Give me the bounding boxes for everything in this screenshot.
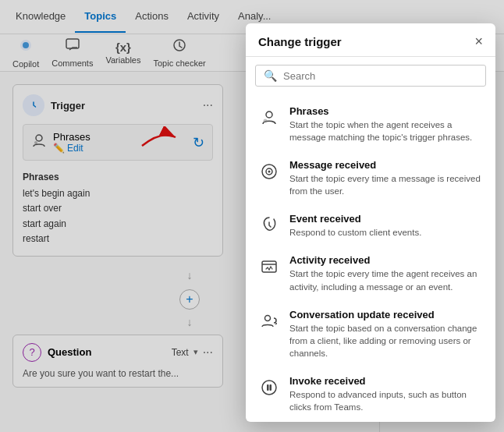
event-option-icon	[258, 214, 280, 236]
option-activity-received[interactable]: Activity received Start the topic every …	[246, 246, 495, 300]
svg-rect-17	[270, 384, 272, 391]
search-icon: 🔍	[264, 69, 277, 82]
activity-option-name: Activity received	[289, 254, 483, 266]
conversation-option-name: Conversation update received	[289, 309, 483, 320]
option-invoke-received[interactable]: Invoke received Respond to advanced inpu…	[246, 367, 495, 421]
svg-point-14	[265, 315, 271, 320]
search-box: 🔍	[255, 65, 486, 87]
conversation-option-desc: Start the topic based on a conversation …	[289, 322, 483, 359]
activity-option-desc: Start the topic every time the agent rec…	[289, 267, 483, 292]
phrases-option-icon	[258, 107, 280, 129]
message-option-content: Message received Start the topic every t…	[289, 159, 483, 197]
phrases-option-name: Phrases	[289, 105, 483, 117]
phrases-option-desc: Start the topic when the agent receives …	[289, 119, 483, 143]
modal-close-button[interactable]: ×	[474, 34, 483, 48]
option-phrases[interactable]: Phrases Start the topic when the agent r…	[246, 97, 495, 151]
svg-point-12	[268, 171, 271, 173]
event-option-desc: Respond to custom client events.	[289, 226, 483, 239]
invoke-option-icon	[258, 377, 280, 398]
app-container: Knowledge Topics Actions Activity Analy.…	[0, 0, 504, 432]
conversation-option-icon	[258, 310, 280, 332]
modal-header: Change trigger ×	[246, 23, 495, 57]
svg-point-15	[262, 381, 276, 395]
svg-point-9	[264, 119, 268, 123]
conversation-option-content: Conversation update received Start the t…	[289, 309, 483, 359]
invoke-option-name: Invoke received	[289, 375, 483, 387]
trigger-options-list: Phrases Start the topic when the agent r…	[246, 94, 495, 422]
message-option-icon	[258, 161, 280, 182]
option-event-received[interactable]: Event received Respond to custom client …	[246, 205, 495, 246]
change-trigger-modal: Change trigger × 🔍 Phrases	[246, 23, 495, 422]
svg-rect-16	[267, 384, 269, 391]
invoke-option-desc: Respond to advanced inputs, such as butt…	[289, 388, 483, 413]
phrases-option-content: Phrases Start the topic when the agent r…	[289, 105, 483, 143]
message-option-desc: Start the topic every time a message is …	[289, 172, 483, 197]
activity-option-content: Activity received Start the topic every …	[289, 254, 483, 292]
search-input[interactable]	[283, 70, 477, 82]
modal-title: Change trigger	[258, 35, 342, 48]
option-conversation-update[interactable]: Conversation update received Start the t…	[246, 301, 495, 367]
event-option-content: Event received Respond to custom client …	[289, 213, 483, 239]
invoke-option-content: Invoke received Respond to advanced inpu…	[289, 375, 483, 413]
message-option-name: Message received	[289, 159, 483, 171]
event-option-name: Event received	[289, 213, 483, 225]
option-message-received[interactable]: Message received Start the topic every t…	[246, 151, 495, 205]
activity-option-icon	[258, 256, 280, 278]
svg-point-8	[266, 112, 272, 118]
